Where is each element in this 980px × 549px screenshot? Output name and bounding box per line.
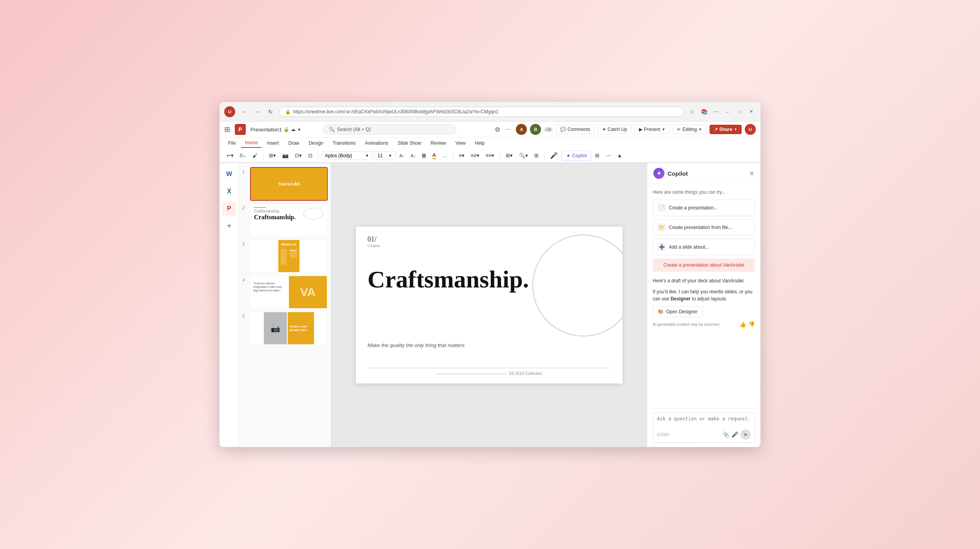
menu-insert[interactable]: Insert — [263, 139, 283, 147]
menu-view[interactable]: View — [452, 139, 470, 147]
favorites-icon[interactable]: ☆ — [688, 107, 697, 116]
menu-animations[interactable]: Animations — [361, 139, 392, 147]
menu-review[interactable]: Review — [426, 139, 450, 147]
smartart-button[interactable]: ⊞ — [532, 151, 541, 160]
present-button[interactable]: ▶ Present ▼ — [635, 125, 670, 134]
current-user-avatar[interactable]: U — [745, 124, 756, 135]
open-designer-button[interactable]: 🎨 Open Designer — [653, 306, 703, 317]
user-avatar-2[interactable]: B — [530, 124, 541, 135]
bullets-button[interactable]: ≡▾ — [456, 151, 467, 160]
slide-2-title: Craftsmanship. — [254, 214, 296, 220]
menu-draw[interactable]: Draw — [284, 139, 303, 147]
slide-item-4[interactable]: 4 "A person without imagination is like … — [242, 275, 328, 309]
grid-view-button[interactable]: ⊞ — [593, 151, 602, 160]
copilot-message-2: If you'd like, I can help you rewrite sl… — [653, 288, 755, 302]
browser-profile-avatar[interactable]: U — [224, 106, 235, 117]
copilot-close-button[interactable]: ✕ — [749, 170, 754, 177]
undo-button[interactable]: ↩▾ — [224, 151, 236, 160]
back-button[interactable]: ← — [239, 107, 249, 116]
mic-button[interactable]: 🎤 — [548, 150, 560, 161]
catch-up-button[interactable]: ✦ Catch Up — [598, 125, 632, 134]
layout-button[interactable]: ⊞▾ — [267, 151, 278, 160]
app-grid-icon[interactable]: ⊞ — [224, 125, 230, 134]
share-label: Share — [719, 127, 732, 132]
more-options-button[interactable]: ⋯ — [503, 125, 513, 134]
toolbar-collapse-button[interactable]: ▲ — [615, 151, 624, 160]
slide-item-5[interactable]: 5 📷 Culture and people here. — [242, 311, 328, 345]
slide-thumb-2[interactable]: Craftsmanship. Craftsmanship. — [250, 203, 328, 237]
toolbar-more-button[interactable]: ⋯ — [603, 151, 613, 160]
font-size-selector[interactable]: 11 ▼ — [374, 151, 396, 160]
menu-home[interactable]: Home — [241, 138, 261, 148]
font-color-button[interactable]: A — [430, 151, 438, 161]
format-painter-button[interactable]: 🖌 — [250, 151, 260, 160]
menu-design[interactable]: Design — [305, 139, 327, 147]
increase-font-button[interactable]: A↑ — [397, 152, 407, 160]
numbering-button[interactable]: ≡#▾ — [468, 151, 482, 160]
close-button[interactable]: ✕ — [746, 107, 756, 116]
minimize-button[interactable]: – — [723, 107, 732, 116]
copilot-input-field[interactable] — [657, 416, 751, 427]
comments-button[interactable]: 💬 Comments — [556, 125, 595, 134]
slide-thumb-5[interactable]: 📷 Culture and people here. — [250, 311, 328, 345]
sidebar-icon-word[interactable]: W — [222, 167, 236, 181]
arrange-button[interactable]: ⊡▾ — [292, 151, 304, 160]
refresh-button[interactable]: ↻ — [266, 107, 275, 116]
suggestion-create-presentation[interactable]: 📄 Create a presentation... — [653, 200, 755, 216]
suggestion-create-from-file[interactable]: 📁 Create presentation from file... — [653, 219, 755, 236]
more-formatting-button[interactable]: … — [440, 151, 450, 160]
copilot-button[interactable]: ✦ Copilot — [562, 151, 591, 161]
thumbs-down-button[interactable]: 👎 — [748, 321, 755, 327]
settings-icon[interactable]: ⚙ — [495, 126, 500, 133]
create-vanarsdel-button[interactable]: Create a presentation about VanArsdel — [653, 258, 755, 272]
address-bar[interactable]: 🔒 https://onedrive.live.com/:w:/t/EaCKkP… — [279, 107, 684, 117]
browser-more-button[interactable]: ⋯ — [711, 107, 720, 116]
suggestion-icon-3: ➕ — [658, 243, 666, 251]
sidebar-icon-powerpoint[interactable]: P — [222, 202, 236, 216]
sidebar-icon-add[interactable]: + — [222, 219, 236, 233]
voice-input-button[interactable]: 🎤 — [731, 431, 738, 438]
decrease-font-button[interactable]: A↓ — [408, 152, 418, 160]
text-direction-button[interactable]: ⊞▾ — [503, 151, 515, 160]
find-button[interactable]: 🔍▾ — [517, 151, 530, 160]
forward-button[interactable]: → — [252, 107, 262, 116]
sidebar-icon-excel[interactable]: X — [222, 184, 236, 198]
slide-thumb-3[interactable]: About us. Name → — [250, 239, 328, 273]
menu-file[interactable]: File — [224, 139, 240, 147]
slide-main-title: Craftsmanship. — [368, 266, 529, 293]
slide-thumb-1[interactable]: VanArsdel — [250, 167, 328, 201]
slide-number-5: 5 — [242, 311, 248, 318]
bold-button[interactable]: B — [420, 151, 428, 160]
screenshot-button[interactable]: 📷 — [280, 151, 291, 160]
plus-count-badge: +4 — [544, 127, 552, 132]
font-selector[interactable]: Aptos (Body) ▼ — [321, 151, 372, 160]
crop-button[interactable]: ⊡ — [306, 151, 315, 160]
menu-transitions[interactable]: Transitions — [329, 139, 359, 147]
collections-icon[interactable]: 📚 — [699, 107, 709, 116]
user-avatar-1[interactable]: A — [516, 124, 527, 135]
slide-item-3[interactable]: 3 About us. Name — [242, 239, 328, 273]
editing-button[interactable]: ✏ Editing ▼ — [673, 125, 706, 134]
share-button[interactable]: ↗ Share ▼ — [710, 125, 742, 134]
menu-slideshow[interactable]: Slide Show — [394, 139, 425, 147]
slide-chapter: 01/ Chapter — [368, 235, 380, 248]
menu-help[interactable]: Help — [471, 139, 489, 147]
thumbs-up-button[interactable]: 👍 — [739, 321, 746, 327]
menu-bar: File Home Insert Draw Design Transitions… — [220, 138, 760, 149]
slide-3-content: About us. Name → — [278, 240, 299, 272]
attach-button[interactable]: 📎 — [722, 431, 729, 438]
search-bar[interactable]: 🔍 Search (Alt + Q) — [323, 124, 456, 135]
slide-canvas[interactable]: 01/ Chapter Craftsmanship. Make the qual… — [356, 227, 622, 384]
suggestion-add-slide[interactable]: ➕ Add a slide about... — [653, 239, 755, 255]
ai-disclaimer: AI-generated content may be incorrect 👍 … — [653, 321, 755, 327]
slide-thumb-4[interactable]: "A person without imagination is like a … — [250, 275, 328, 309]
send-button[interactable]: ➤ — [740, 429, 751, 440]
slide-item-1[interactable]: 1 VanArsdel — [242, 167, 328, 201]
title-dropdown-icon[interactable]: ▼ — [297, 127, 301, 132]
disclaimer-text: AI-generated content may be incorrect — [653, 322, 719, 327]
paste-button[interactable]: ⎘▾ — [238, 151, 249, 160]
maximize-button[interactable]: □ — [735, 107, 744, 116]
designer-link[interactable]: Designer — [670, 296, 690, 302]
slide-item-2[interactable]: 2 Craftsmanship. Craftsmanship. — [242, 203, 328, 237]
align-button[interactable]: ≡≡▾ — [483, 151, 497, 160]
